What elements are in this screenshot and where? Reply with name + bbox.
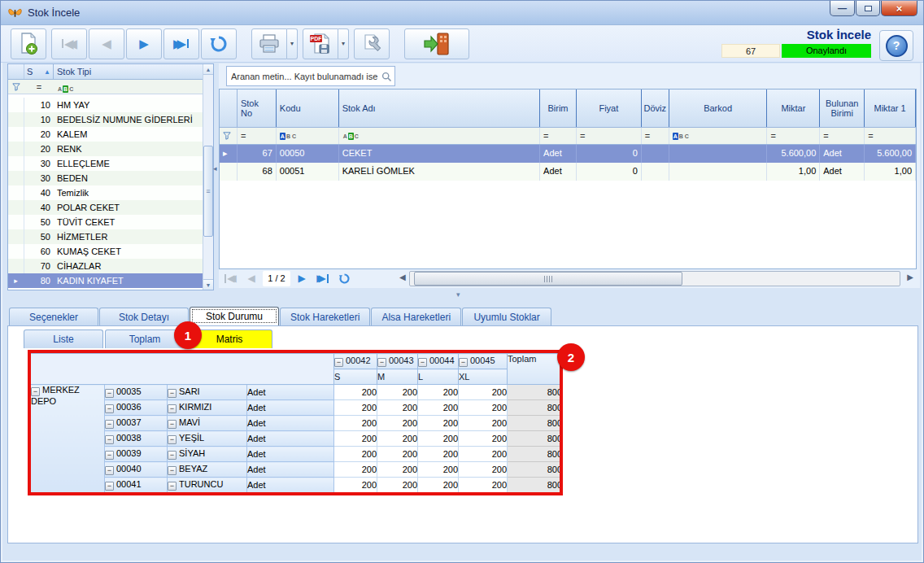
stock-type-row[interactable]: 30ELLEÇLEME	[8, 156, 203, 171]
matrix-value-cell[interactable]: 200	[377, 431, 418, 447]
tab-se-enekler[interactable]: Seçenekler	[9, 308, 98, 325]
collapse-icon[interactable]: −	[168, 420, 177, 429]
filter-cell[interactable]: ABC	[339, 128, 540, 144]
matrix-value-cell[interactable]: 200	[377, 385, 418, 400]
filter-cell[interactable]: =	[642, 128, 669, 144]
pager-last-button[interactable]: ▶▶	[313, 270, 333, 286]
matrix-value-cell[interactable]: 200	[334, 462, 377, 478]
matrix-color-cell[interactable]: −TURUNCU	[168, 478, 247, 493]
collapse-icon[interactable]: −	[168, 466, 177, 475]
matrix-color-cell[interactable]: −KIRMIZI	[168, 400, 247, 416]
horizontal-splitter[interactable]: ▾	[456, 290, 460, 299]
first-record-button[interactable]: ◀◀	[51, 28, 87, 59]
matrix-value-cell[interactable]: 200	[334, 431, 377, 447]
collapse-icon[interactable]: −	[105, 389, 114, 398]
print-button[interactable]	[251, 28, 287, 59]
matrix-value-cell[interactable]: 200	[459, 478, 508, 493]
column-header-barkod[interactable]: Barkod	[669, 89, 768, 127]
collapse-icon[interactable]: −	[168, 451, 177, 460]
exit-button[interactable]	[404, 28, 469, 59]
matrix-size-code-header[interactable]: −00042	[334, 354, 377, 369]
collapse-icon[interactable]: −	[168, 389, 177, 398]
matrix-code-cell[interactable]: −00041	[105, 478, 168, 493]
record-number-field[interactable]: 67	[721, 44, 780, 58]
stock-type-row[interactable]: 10HM YAY	[8, 98, 203, 112]
close-button[interactable]: ×	[881, 1, 917, 16]
export-pdf-save-button[interactable]: PDF	[303, 28, 338, 59]
column-header-s[interactable]: S ▲	[24, 64, 54, 79]
vertical-scrollbar[interactable]: ▲ ≡ ▼	[203, 64, 213, 290]
column-header-bulunan-birimi[interactable]: Bulunan Birimi	[820, 89, 865, 127]
matrix-value-cell[interactable]: 200	[377, 416, 418, 431]
matrix-code-cell[interactable]: −00038	[105, 431, 168, 447]
matrix-value-cell[interactable]: 200	[377, 447, 418, 462]
subtab-toplam[interactable]: Toplam	[105, 330, 185, 348]
collapse-icon[interactable]: −	[31, 387, 40, 396]
collapse-icon[interactable]: −	[168, 435, 177, 444]
matrix-value-cell[interactable]: 200	[377, 462, 418, 478]
tab-stok-durumu[interactable]: Stok Durumu	[190, 307, 279, 325]
stock-type-row[interactable]: 40POLAR CEKET	[8, 200, 203, 215]
stock-type-row[interactable]: 30BEDEN	[8, 171, 203, 185]
stock-type-row[interactable]: 10BEDELSİZ NUMUNE GİDERLERİ	[8, 112, 203, 127]
matrix-value-cell[interactable]: 200	[334, 478, 377, 493]
help-button[interactable]: ?	[879, 30, 913, 61]
last-record-button[interactable]: ▶▶	[163, 28, 199, 59]
matrix-value-cell[interactable]: 200	[418, 400, 459, 416]
pdf-dropdown-button[interactable]: ▾	[338, 28, 349, 59]
column-header-stok-no[interactable]: Stok No	[238, 89, 277, 127]
matrix-value-cell[interactable]: 200	[418, 447, 459, 462]
filter-text-cell[interactable]: ABC	[54, 80, 213, 94]
matrix-color-cell[interactable]: −SARI	[168, 385, 247, 400]
matrix-code-cell[interactable]: −00040	[105, 462, 168, 478]
matrix-value-cell[interactable]: 200	[459, 447, 508, 462]
matrix-unit-cell[interactable]: Adet	[247, 400, 334, 416]
collapse-icon[interactable]: −	[418, 358, 427, 367]
column-header-birim[interactable]: Birim	[540, 89, 577, 127]
column-header-stok-tipi[interactable]: Stok Tipi	[54, 67, 213, 76]
matrix-color-cell[interactable]: −YEŞİL	[168, 431, 247, 447]
matrix-value-cell[interactable]: 200	[459, 462, 508, 478]
filter-cell[interactable]: =	[238, 128, 277, 144]
matrix-unit-cell[interactable]: Adet	[247, 416, 334, 431]
matrix-code-cell[interactable]: −00037	[105, 416, 168, 431]
collapse-icon[interactable]: −	[105, 420, 114, 429]
stock-type-row[interactable]: 20KALEM	[8, 127, 203, 142]
filter-cell[interactable]: =	[865, 128, 916, 144]
pager-next-button[interactable]: ▶	[292, 270, 312, 286]
pager-reload-button[interactable]	[334, 270, 354, 286]
collapse-icon[interactable]: −	[168, 404, 177, 413]
new-record-button[interactable]	[11, 28, 46, 59]
stock-type-row[interactable]: 20RENK	[8, 142, 203, 156]
scroll-up-icon[interactable]: ▲	[203, 64, 213, 75]
matrix-code-cell[interactable]: −00039	[105, 447, 168, 462]
restore-button[interactable]	[856, 1, 880, 16]
column-header-fiyat[interactable]: Fiyat	[577, 89, 642, 127]
matrix-value-cell[interactable]: 200	[334, 400, 377, 416]
tab-stok-hareketleri[interactable]: Stok Hareketleri	[280, 308, 370, 325]
pager-first-button[interactable]: ◀◀	[220, 270, 240, 286]
collapse-icon[interactable]: −	[168, 482, 177, 491]
stock-row[interactable]: 6800051KARELİ GÖMLEKAdet01,00Adet1,00	[220, 163, 916, 181]
column-header-stok-ad-[interactable]: Stok Adı	[339, 89, 540, 127]
matrix-value-cell[interactable]: 200	[377, 400, 418, 416]
matrix-value-cell[interactable]: 200	[377, 478, 418, 493]
collapse-icon[interactable]: −	[459, 358, 468, 367]
scrollbar-thumb[interactable]: ≡	[203, 146, 213, 237]
matrix-value-cell[interactable]: 200	[459, 416, 508, 431]
stock-type-row[interactable]: 40Temizlik	[8, 185, 203, 200]
matrix-value-cell[interactable]: 200	[418, 462, 459, 478]
matrix-color-cell[interactable]: −BEYAZ	[168, 462, 247, 478]
column-header-miktar-1[interactable]: Miktar 1	[865, 89, 916, 127]
matrix-value-cell[interactable]: 200	[334, 447, 377, 462]
stock-type-row[interactable]: 60KUMAŞ CEKET	[8, 244, 203, 259]
matrix-size-code-header[interactable]: −00044	[418, 354, 459, 369]
next-record-button[interactable]: ▶	[126, 28, 162, 59]
pager-previous-button[interactable]: ◀	[242, 270, 261, 286]
matrix-code-cell[interactable]: −00035	[105, 385, 168, 400]
matrix-size-code-header[interactable]: −00045	[459, 354, 508, 369]
matrix-value-cell[interactable]: 200	[418, 416, 459, 431]
panel-splitter[interactable]: ◂	[213, 164, 217, 172]
filter-cell[interactable]: =	[540, 128, 577, 144]
collapse-icon[interactable]: −	[105, 482, 114, 491]
